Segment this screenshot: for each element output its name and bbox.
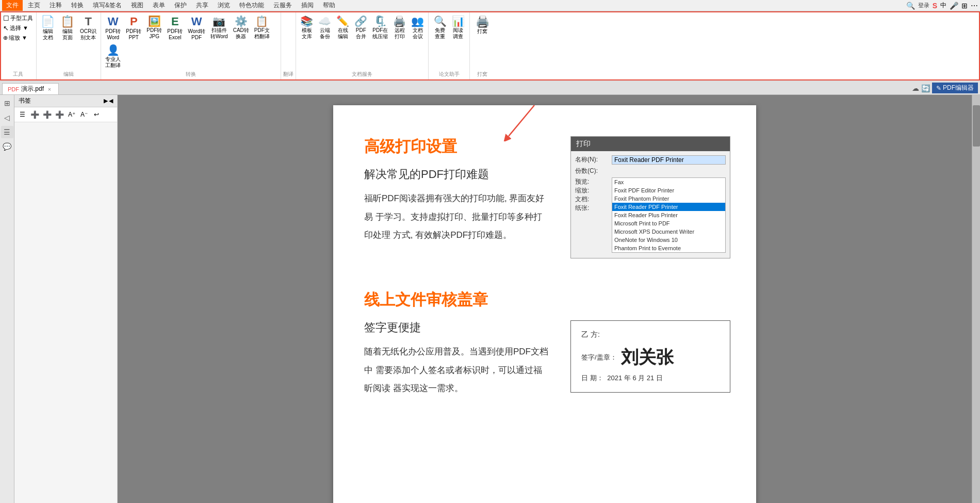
print-dialog-body: 名称(N): Foxit Reader PDF Printer 份数(C): 预… xyxy=(571,151,730,258)
search-icon[interactable]: 🔍 xyxy=(906,2,915,10)
pdf-editor-btn[interactable]: ✎ PDF编辑器 xyxy=(932,83,978,93)
signature-party: 乙 方: xyxy=(581,330,720,339)
cad-converter-btn[interactable]: ⚙️ CAD转换器 xyxy=(231,14,251,41)
print-option-phantom[interactable]: Foxit Phantom Printer xyxy=(612,194,725,203)
pdf-to-ppt-btn[interactable]: P PDF转PPT xyxy=(124,14,143,42)
print-option-editor[interactable]: Foxit PDF Editor Printer xyxy=(612,186,725,194)
ocr-btn[interactable]: T OCR识别文本 xyxy=(78,14,99,42)
print-option-fax[interactable]: Fax xyxy=(612,178,725,186)
doc-tab[interactable]: PDF 演示.pdf × xyxy=(2,83,59,94)
cloud-sync-icon[interactable]: ☁ xyxy=(912,84,919,92)
sidebar-icon-2[interactable]: ◁ xyxy=(1,111,13,124)
menu-browse[interactable]: 浏览 xyxy=(214,0,234,11)
online-edit-btn[interactable]: ✏️ 在线编辑 xyxy=(334,14,351,41)
menu-sign[interactable]: 填写&签名 xyxy=(89,0,126,11)
sidebar-icon-3[interactable]: ☰ xyxy=(1,126,13,138)
read-survey-btn[interactable]: 📊 阅读调查 xyxy=(450,14,467,41)
pdf-compress-btn[interactable]: 🗜️ PDF在线压缩 xyxy=(370,14,390,41)
section-print-title: 高级打印设置 xyxy=(364,136,550,157)
free-check-btn[interactable]: 🔍 免费查重 xyxy=(432,14,449,41)
tab-close-btn[interactable]: × xyxy=(46,86,53,93)
sidebar-icon-4[interactable]: 💬 xyxy=(1,140,13,153)
menu-protect[interactable]: 保护 xyxy=(170,0,191,11)
menu-help[interactable]: 帮助 xyxy=(319,0,339,11)
pdf-to-excel-btn[interactable]: E PDF转Excel xyxy=(165,14,185,42)
pro-translate-btn[interactable]: 👤 专业人工翻译 xyxy=(103,43,123,70)
print-btn[interactable]: 🖨️ 打窝 xyxy=(473,14,492,36)
mic-icon[interactable]: 🎤 xyxy=(950,2,958,10)
zoom-tool-btn[interactable]: ⊕缩放 ▼ xyxy=(2,34,28,42)
tab-filename: 演示.pdf xyxy=(21,85,44,93)
login-btn[interactable]: 登录 xyxy=(918,2,929,9)
word-to-pdf-btn[interactable]: W Word转PDF xyxy=(186,14,207,42)
print-option-reader[interactable]: Foxit Reader PDF Printer xyxy=(612,203,725,211)
sign-value: 刘关张 xyxy=(621,346,674,369)
print-option-onenote[interactable]: OneNote for Windows 10 xyxy=(612,236,725,244)
panel-tb-icon2[interactable]: ➕ xyxy=(29,109,40,120)
date-label: 日 期： xyxy=(581,374,603,382)
print-dialog: 打印 名称(N): Foxit Reader PDF Printer 份数(C)… xyxy=(570,136,730,258)
ribbon-group-paper: 🔍 免费查重 📊 阅读调查 论文助手 xyxy=(429,12,470,79)
edit-page-btn[interactable]: 📋 编辑页面 xyxy=(58,14,76,42)
cloud-backup-btn[interactable]: ☁️ 云端备份 xyxy=(316,14,333,41)
sidebar-icon-1[interactable]: ⊞ xyxy=(1,97,13,109)
ribbon-group-print: 🖨️ 打窝 打窝 xyxy=(470,12,495,79)
template-library-btn[interactable]: 📚 模板文库 xyxy=(298,14,315,41)
menu-cloud[interactable]: 云服务 xyxy=(269,0,296,11)
menu-file[interactable]: 文件 xyxy=(2,0,23,11)
grid-icon[interactable]: ⊞ xyxy=(961,2,968,10)
scrollbar-thumb[interactable] xyxy=(973,105,980,147)
icon-sidebar: ⊞ ◁ ☰ 💬 xyxy=(0,95,14,503)
convert-group-label: 转换 xyxy=(186,71,196,78)
pdf-to-jpg-btn[interactable]: 🖼️ PDF转JPG xyxy=(144,14,164,41)
panel-header: 书签 ▶ ◀ xyxy=(14,95,117,107)
menu-read[interactable]: 插阅 xyxy=(297,0,318,11)
pdf-viewer: 高级打印设置 解决常见的PDF打印难题 福昕PDF阅读器拥有强大的打印功能, 界… xyxy=(118,95,972,503)
print-name-label: 名称(N): xyxy=(575,155,609,164)
doc-meeting-btn[interactable]: 👥 文档会议 xyxy=(409,14,426,41)
remote-print-btn[interactable]: 🖨️ 远程打印 xyxy=(391,14,408,41)
sync-icon[interactable]: 🔄 xyxy=(921,84,930,92)
panel-collapse-btn[interactable]: ◀ xyxy=(109,98,113,104)
menu-home[interactable]: 主页 xyxy=(24,0,44,11)
tab-bar: PDF 演示.pdf × ☁ 🔄 ✎ PDF编辑器 xyxy=(0,82,980,95)
panel-tb-fontdown[interactable]: A⁻ xyxy=(78,109,90,120)
print-option-plus[interactable]: Foxit Reader Plus Printer xyxy=(612,211,725,219)
edit-group-label: 编辑 xyxy=(63,71,74,78)
dots-icon[interactable]: ⋯ xyxy=(971,2,978,10)
panel-tb-refresh[interactable]: ↩ xyxy=(91,109,102,120)
ribbon-group-translate: 翻译 xyxy=(281,12,296,79)
print-doc-label: 文档: xyxy=(575,195,609,204)
menu-view[interactable]: 视图 xyxy=(127,0,148,11)
panel-tb-icon1[interactable]: ☰ xyxy=(17,109,28,120)
pdf-page: 高级打印设置 解决常见的PDF打印难题 福昕PDF阅读器拥有强大的打印功能, 界… xyxy=(333,105,756,503)
menu-annotate[interactable]: 注释 xyxy=(45,0,66,11)
hand-tool-btn[interactable]: ☐手型工具 xyxy=(2,14,34,23)
section-print-subtitle: 解决常见的PDF打印难题 xyxy=(364,167,550,182)
section-print-body: 福昕PDF阅读器拥有强大的打印功能, 界面友好易 于学习。支持虚拟打印、批量打印… xyxy=(364,189,550,245)
tab-pdf-icon: PDF xyxy=(8,86,19,92)
bookmarks-panel: 书签 ▶ ◀ ☰ ➕ ➕ ➕ A⁺ A⁻ ↩ xyxy=(14,95,118,503)
menu-forms[interactable]: 表单 xyxy=(149,0,169,11)
ribbon-group-docservice: 📚 模板文库 ☁️ 云端备份 ✏️ 在线编辑 🔗 PDF合并 🗜️ P xyxy=(296,12,429,79)
pdf-translate-btn[interactable]: 📋 PDF文档翻译 xyxy=(252,14,272,41)
edit-doc-btn[interactable]: 📄 编辑文档 xyxy=(39,14,57,42)
menu-share[interactable]: 共享 xyxy=(192,0,213,11)
panel-tb-icon4[interactable]: ➕ xyxy=(54,109,65,120)
print-name-input[interactable]: Foxit Reader PDF Printer xyxy=(612,155,726,165)
panel-expand-btn[interactable]: ▶ xyxy=(104,98,108,104)
print-option-xps[interactable]: Microsoft XPS Document Writer xyxy=(612,228,725,236)
print-options-list: Fax Foxit PDF Editor Printer Foxit Phant… xyxy=(612,177,726,253)
section-print: 高级打印设置 解决常见的PDF打印难题 福昕PDF阅读器拥有强大的打印功能, 界… xyxy=(364,136,730,258)
menu-special[interactable]: 特色功能 xyxy=(235,0,268,11)
panel-tb-fontup[interactable]: A⁺ xyxy=(66,109,77,120)
scrollbar[interactable] xyxy=(972,95,980,503)
menu-convert[interactable]: 转换 xyxy=(67,0,88,11)
select-tool-btn[interactable]: ↖选择 ▼ xyxy=(2,24,29,33)
print-option-ms-pdf[interactable]: Microsoft Print to PDF xyxy=(612,219,725,228)
pdf-merge-btn[interactable]: 🔗 PDF合并 xyxy=(352,14,369,41)
pdf-to-word-btn[interactable]: W PDF转Word xyxy=(103,14,123,42)
panel-tb-icon3[interactable]: ➕ xyxy=(41,109,53,120)
scan-to-word-btn[interactable]: 📷 扫描件转Word xyxy=(208,14,230,41)
print-option-evernote[interactable]: Phantom Print to Evernote xyxy=(612,244,725,252)
